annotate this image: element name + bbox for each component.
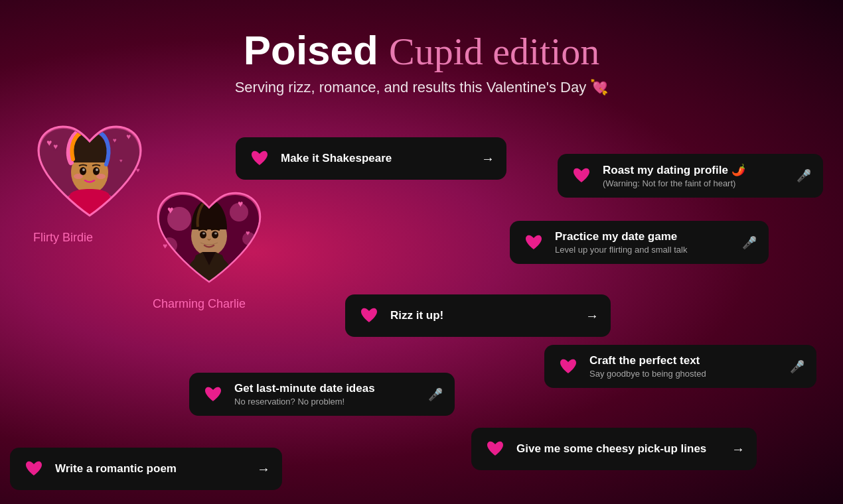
date-ideas-label: Get last-minute date ideas	[234, 382, 375, 395]
svg-text:♥: ♥	[163, 241, 167, 251]
roast-text: Roast my dating profile 🌶️ (Warning: Not…	[603, 163, 745, 188]
svg-point-4	[80, 167, 86, 175]
date-ideas-sublabel: No reservation? No problem!	[234, 397, 375, 407]
svg-point-9	[96, 174, 106, 179]
date-game-heart-icon	[522, 231, 546, 255]
date-game-mic-icon[interactable]: 🎤	[731, 235, 757, 250]
date-ideas-content: Get last-minute date ideas No reservatio…	[234, 382, 375, 407]
roast-heart-icon	[570, 164, 593, 188]
rizz-label: Rizz it up!	[390, 309, 443, 322]
svg-point-7	[96, 168, 98, 171]
perfect-text-heart-icon	[556, 355, 580, 379]
charming-charlie-avatar: ♥ ♥ ♥ ♥	[153, 186, 266, 292]
roast-mic-icon[interactable]: 🎤	[786, 168, 811, 183]
pickup-heart-icon	[483, 437, 507, 461]
svg-text:♥: ♥	[53, 142, 58, 151]
pickup-arrow: →	[721, 442, 745, 457]
pickup-label: Give me some cheesy pick-up lines	[516, 442, 706, 456]
card-poem[interactable]: Write a romantic poem →	[10, 448, 282, 490]
svg-text:♥: ♥	[246, 229, 250, 237]
roast-sublabel: (Warning: Not for the faint of heart)	[603, 178, 745, 188]
svg-point-25	[212, 231, 218, 239]
app-title-bold: Poised	[244, 27, 378, 73]
svg-text:♥: ♥	[119, 158, 123, 164]
character-charming-charlie: ♥ ♥ ♥ ♥ Charming Charlie	[153, 186, 266, 311]
svg-point-5	[93, 167, 100, 175]
perfect-text-sublabel: Say goodbye to being ghosted	[589, 369, 706, 379]
header: Poised Cupid edition Serving rizz, roman…	[0, 0, 843, 96]
svg-text:♥: ♥	[136, 166, 140, 174]
shakespeare-heart-icon	[248, 147, 271, 170]
card-date-game[interactable]: Practice my date game Level up your flir…	[510, 221, 769, 264]
svg-point-27	[214, 233, 217, 235]
perfect-text-label: Craft the perfect text	[589, 354, 706, 367]
svg-text:♥: ♥	[46, 138, 52, 148]
card-perfect-text[interactable]: Craft the perfect text Say goodbye to be…	[544, 345, 816, 388]
poem-heart-icon	[22, 457, 46, 481]
svg-point-8	[74, 174, 83, 179]
shakespeare-arrow: →	[471, 151, 495, 166]
card-roast[interactable]: Roast my dating profile 🌶️ (Warning: Not…	[558, 154, 823, 198]
date-game-sublabel: Level up your flirting and small talk	[555, 245, 687, 255]
svg-point-6	[82, 168, 85, 171]
header-subtitle: Serving rizz, romance, and results this …	[0, 79, 843, 96]
charming-charlie-name: Charming Charlie	[153, 297, 266, 311]
svg-text:♥: ♥	[167, 204, 174, 216]
card-shakespeare[interactable]: Make it Shakespeare →	[236, 137, 506, 180]
character-flirty-birdie: ♥ ♥ ♥ ♥ ♥ ♥ Flirty Birdie	[33, 119, 146, 245]
flirty-birdie-name: Flirty Birdie	[33, 231, 146, 245]
svg-text:♥: ♥	[113, 137, 117, 144]
svg-text:♥: ♥	[126, 132, 131, 141]
rizz-heart-icon	[357, 304, 381, 328]
app-title-cursive: Cupid edition	[389, 30, 599, 73]
rizz-arrow: →	[575, 308, 599, 324]
poem-arrow: →	[246, 462, 270, 477]
svg-point-24	[200, 231, 206, 239]
poem-label: Write a romantic poem	[55, 462, 177, 475]
flirty-birdie-avatar: ♥ ♥ ♥ ♥ ♥ ♥	[33, 119, 146, 225]
date-ideas-mic-icon[interactable]: 🎤	[418, 387, 443, 402]
shakespeare-label: Make it Shakespeare	[281, 152, 392, 165]
roast-label: Roast my dating profile 🌶️	[603, 163, 745, 177]
perfect-text-mic-icon[interactable]: 🎤	[779, 359, 805, 374]
svg-point-26	[202, 233, 205, 235]
perfect-text-content: Craft the perfect text Say goodbye to be…	[589, 354, 706, 379]
date-game-text: Practice my date game Level up your flir…	[555, 230, 687, 255]
card-date-ideas[interactable]: Get last-minute date ideas No reservatio…	[189, 373, 455, 416]
card-rizz[interactable]: Rizz it up! →	[345, 294, 611, 337]
svg-text:♥: ♥	[238, 199, 243, 209]
date-game-label: Practice my date game	[555, 230, 687, 243]
card-pickup[interactable]: Give me some cheesy pick-up lines →	[471, 428, 757, 470]
date-ideas-heart-icon	[201, 383, 225, 407]
